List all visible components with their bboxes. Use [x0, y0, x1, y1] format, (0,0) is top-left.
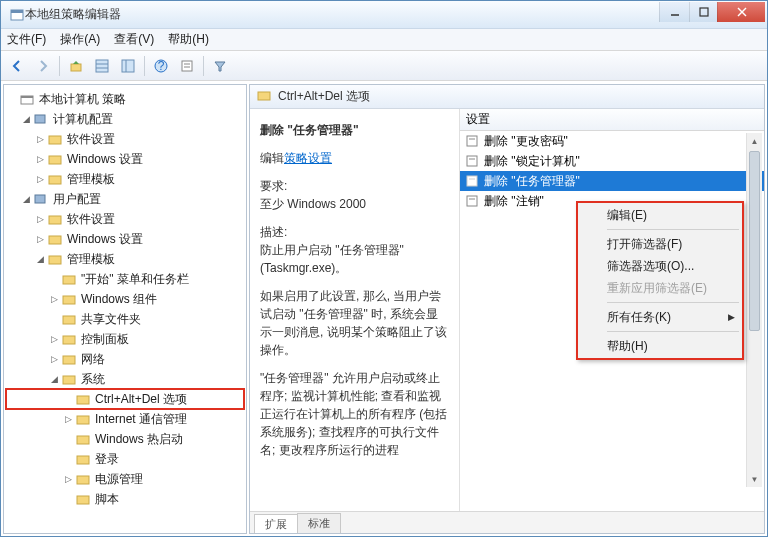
column-header-settings[interactable]: 设置 — [460, 109, 764, 131]
tree-control-panel[interactable]: ▷控制面板 — [6, 329, 244, 349]
menu-file[interactable]: 文件(F) — [7, 31, 46, 48]
tree-label: Windows 设置 — [67, 151, 143, 168]
ctx-all-tasks[interactable]: 所有任务(K)▶ — [579, 306, 741, 328]
svg-rect-34 — [77, 416, 89, 424]
svg-rect-32 — [63, 376, 75, 384]
ctx-edit[interactable]: 编辑(E) — [579, 204, 741, 226]
tree-label: 用户配置 — [53, 191, 101, 208]
svg-rect-35 — [77, 436, 89, 444]
tree-power-mgmt[interactable]: ▷电源管理 — [6, 469, 244, 489]
list-view-button[interactable] — [90, 54, 114, 78]
ctx-open-filter[interactable]: 打开筛选器(F) — [579, 233, 741, 255]
svg-rect-37 — [77, 476, 89, 484]
app-icon — [9, 7, 25, 23]
back-button[interactable] — [5, 54, 29, 78]
menu-help[interactable]: 帮助(H) — [168, 31, 209, 48]
svg-rect-30 — [63, 336, 75, 344]
svg-rect-28 — [63, 296, 75, 304]
tree-start-menu[interactable]: "开始" 菜单和任务栏 — [6, 269, 244, 289]
filter-button[interactable] — [208, 54, 232, 78]
tree-panel[interactable]: 本地计算机 策略 ◢计算机配置 ▷软件设置 ▷Windows 设置 ▷管理模板 … — [3, 84, 247, 534]
tree-software-settings-2[interactable]: ▷软件设置 — [6, 209, 244, 229]
forward-button[interactable] — [31, 54, 55, 78]
tree-label: 电源管理 — [95, 471, 143, 488]
menu-separator — [607, 302, 739, 303]
svg-rect-6 — [71, 64, 81, 71]
tree-label: 脚本 — [95, 491, 119, 508]
svg-rect-1 — [11, 10, 23, 13]
tree-label: 计算机配置 — [53, 111, 113, 128]
properties-button[interactable] — [175, 54, 199, 78]
window-title: 本地组策略编辑器 — [25, 6, 659, 23]
toolbar: ? — [1, 51, 767, 81]
desc-1: 防止用户启动 "任务管理器" (Taskmgr.exe)。 — [260, 243, 404, 275]
tree-scripts[interactable]: 脚本 — [6, 489, 244, 509]
setting-label: 删除 "任务管理器" — [484, 173, 580, 190]
svg-rect-38 — [77, 496, 89, 504]
tree-label: 共享文件夹 — [81, 311, 141, 328]
minimize-button[interactable] — [659, 2, 689, 22]
setting-row[interactable]: 删除 "锁定计算机" — [460, 151, 764, 171]
tree-user-cfg[interactable]: ◢用户配置 — [6, 189, 244, 209]
scrollbar-vertical[interactable]: ▲ ▼ — [746, 133, 762, 487]
setting-row[interactable]: 删除 "更改密码" — [460, 131, 764, 151]
tree-label: Windows 组件 — [81, 291, 157, 308]
scroll-down-icon[interactable]: ▼ — [747, 471, 762, 487]
tree-admin-templates-2[interactable]: ◢管理模板 — [6, 249, 244, 269]
svg-rect-10 — [122, 60, 134, 72]
setting-icon — [464, 153, 480, 169]
close-button[interactable] — [717, 2, 765, 22]
svg-rect-39 — [258, 92, 270, 100]
tree-shared-folders[interactable]: 共享文件夹 — [6, 309, 244, 329]
scroll-thumb[interactable] — [749, 151, 760, 331]
details-pane: 删除 "任务管理器" 编辑策略设置 要求:至少 Windows 2000 描述:… — [250, 109, 460, 511]
tree-label: 控制面板 — [81, 331, 129, 348]
svg-text:?: ? — [158, 59, 165, 73]
ctx-filter-options[interactable]: 筛选器选项(O)... — [579, 255, 741, 277]
menu-view[interactable]: 查看(V) — [114, 31, 154, 48]
tree-label: 管理模板 — [67, 251, 115, 268]
tree-windows-settings-2[interactable]: ▷Windows 设置 — [6, 229, 244, 249]
tree-internet-mgmt[interactable]: ▷Internet 通信管理 — [6, 409, 244, 429]
svg-rect-14 — [182, 61, 192, 71]
scroll-up-icon[interactable]: ▲ — [747, 133, 762, 149]
tree-software-settings[interactable]: ▷软件设置 — [6, 129, 244, 149]
tab-standard[interactable]: 标准 — [297, 513, 341, 533]
submenu-arrow-icon: ▶ — [728, 312, 735, 322]
tree-windows-components[interactable]: ▷Windows 组件 — [6, 289, 244, 309]
titlebar: 本地组策略编辑器 — [1, 1, 767, 29]
detail-view-button[interactable] — [116, 54, 140, 78]
help-button[interactable]: ? — [149, 54, 173, 78]
tree-root[interactable]: 本地计算机 策略 — [6, 89, 244, 109]
ctx-help[interactable]: 帮助(H) — [579, 335, 741, 357]
tree-logon[interactable]: 登录 — [6, 449, 244, 469]
setting-row-selected[interactable]: 删除 "任务管理器" — [460, 171, 764, 191]
tree-network[interactable]: ▷网络 — [6, 349, 244, 369]
tree-label: Windows 热启动 — [95, 431, 183, 448]
tree-system[interactable]: ◢系统 — [6, 369, 244, 389]
tree-computer-cfg[interactable]: ◢计算机配置 — [6, 109, 244, 129]
tree-admin-templates[interactable]: ▷管理模板 — [6, 169, 244, 189]
edit-policy-link[interactable]: 策略设置 — [284, 151, 332, 165]
tree-windows-settings[interactable]: ▷Windows 设置 — [6, 149, 244, 169]
req-label: 要求: — [260, 179, 287, 193]
tree-windows-hotstart[interactable]: Windows 热启动 — [6, 429, 244, 449]
svg-rect-31 — [63, 356, 75, 364]
tree-label: 软件设置 — [67, 131, 115, 148]
setting-icon — [464, 133, 480, 149]
setting-label: 删除 "更改密码" — [484, 133, 568, 150]
edit-prefix: 编辑 — [260, 151, 284, 165]
menu-action[interactable]: 操作(A) — [60, 31, 100, 48]
svg-rect-27 — [63, 276, 75, 284]
svg-rect-19 — [35, 115, 45, 123]
svg-rect-42 — [467, 156, 477, 166]
up-button[interactable] — [64, 54, 88, 78]
svg-rect-3 — [700, 8, 708, 16]
svg-rect-23 — [35, 195, 45, 203]
tree-label: Ctrl+Alt+Del 选项 — [95, 391, 187, 408]
tab-extended[interactable]: 扩展 — [254, 514, 298, 534]
tree-ctrl-alt-del[interactable]: Ctrl+Alt+Del 选项 — [6, 389, 244, 409]
detail-title: 删除 "任务管理器" — [260, 121, 449, 139]
tree-label: 软件设置 — [67, 211, 115, 228]
maximize-button[interactable] — [689, 2, 717, 22]
